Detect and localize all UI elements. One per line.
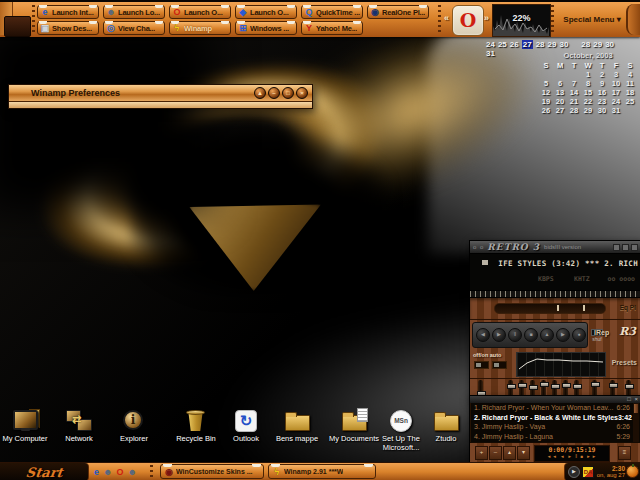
- calendar-weekday: W: [584, 61, 591, 70]
- task-button-wincustomize[interactable]: ◉ WinCustomize Skins ...: [160, 464, 264, 479]
- calendar-date: 15: [584, 88, 592, 97]
- contacts-quicklaunch-icon[interactable]: ☻: [128, 466, 137, 478]
- winamp-titlebar[interactable]: o o RETRO 3 bidsIII version: [470, 241, 640, 254]
- toolbar-row-1: e Launch Int... ☻ Launch Lo... O Launch …: [37, 5, 433, 19]
- start-button[interactable]: Start: [0, 463, 89, 480]
- equalizer-area: off/on auto Presets: [470, 350, 640, 378]
- eject-button[interactable]: ▲: [540, 328, 554, 342]
- windows-icon: ⊞: [238, 23, 248, 34]
- calendar-date: 11: [626, 79, 634, 88]
- screws-decoration: o o: [473, 244, 484, 250]
- toolbar-button-label: Yahoo! Me...: [316, 24, 357, 33]
- yahoo-icon: Y: [304, 23, 314, 34]
- tray-expand-button[interactable]: ▶: [568, 466, 580, 478]
- desktop-icon-my-computer[interactable]: My Computer: [0, 408, 52, 444]
- retro-logo: RETRO 3: [487, 242, 540, 252]
- keyboard-language-indicator[interactable]: DA: [582, 466, 594, 478]
- toolbar-separator: [438, 5, 441, 34]
- maximize-button[interactable]: □: [282, 87, 294, 99]
- wallpaper-dark-corner: [0, 20, 210, 210]
- toolbar-grip[interactable]: [4, 16, 31, 37]
- repeat-toggle[interactable]: lRep: [594, 329, 609, 336]
- calendar-day: 28: [536, 40, 545, 49]
- toolbar-button-launch-opera[interactable]: O Launch O...: [169, 5, 231, 19]
- toolbar-button-quicktime[interactable]: Q QuickTime ...: [301, 5, 363, 19]
- opera-quicklaunch-icon[interactable]: O: [117, 466, 124, 478]
- toolbar-button-label: Show Des...: [52, 24, 92, 33]
- seek-bar-area: Eq Pl: [470, 298, 640, 320]
- open-button[interactable]: ●: [572, 328, 586, 342]
- shade-button[interactable]: [622, 244, 629, 251]
- desktop-icon-bens-mappe[interactable]: Bens mappe: [270, 408, 324, 444]
- calendar-date: 12: [542, 88, 550, 97]
- previous-button[interactable]: ◀: [476, 328, 490, 342]
- pumpkin-clock-icon[interactable]: [626, 465, 639, 478]
- opera-icon: O: [172, 7, 182, 18]
- preferences-titlebar[interactable]: Winamp Preferences ▲ – □ ×: [9, 85, 312, 102]
- clutterbar-icon[interactable]: [482, 260, 488, 265]
- toolbar-button-label: Windows ...: [250, 24, 289, 33]
- scroll-left-arrow[interactable]: «: [444, 13, 449, 23]
- messenger-quicklaunch-icon[interactable]: ☻: [103, 466, 112, 478]
- toolbar-button-windows[interactable]: ⊞ Windows ...: [235, 21, 297, 35]
- stop-button[interactable]: ■: [524, 328, 538, 342]
- playlist-window-controls[interactable]: □ ×: [627, 396, 639, 403]
- track-title-display: IFE STYLES (3:42) *** 2. RICH: [498, 259, 638, 268]
- toolbar-button-yahoo[interactable]: Y Yahoo! Me...: [301, 21, 363, 35]
- calendar-date: 1: [586, 70, 590, 79]
- close-button[interactable]: [631, 244, 638, 251]
- calendar-weekday: S: [543, 61, 548, 70]
- person-icon: ☻: [106, 7, 116, 18]
- calendar-date: 29: [584, 106, 592, 115]
- pause-button[interactable]: ‖: [508, 328, 522, 342]
- explorer-icon: i: [119, 408, 149, 434]
- presets-button[interactable]: Presets: [612, 359, 637, 366]
- play-button[interactable]: ▶: [492, 328, 506, 342]
- close-button[interactable]: ×: [296, 87, 308, 99]
- special-menu-button[interactable]: Special Menu ▾: [556, 2, 628, 37]
- desktop-icon-ztudio[interactable]: Ztudio: [419, 408, 473, 444]
- toolbar-separator: [551, 5, 554, 34]
- toolbar-button-launch-lotus[interactable]: ☻ Launch Lo...: [103, 5, 165, 19]
- transport-area: ◀ ▶ ‖ ■ ▲ ▶ ● shuf lRep R3: [470, 320, 640, 350]
- next-button[interactable]: ▶: [556, 328, 570, 342]
- task-button-winamp[interactable]: ϟ Winamp 2.91 ***W: [268, 464, 376, 479]
- minimize-button[interactable]: –: [268, 87, 280, 99]
- winamp-lcd-display[interactable]: IFE STYLES (3:42) *** 2. RICH KBPS KHTZ …: [470, 254, 640, 291]
- chevron-down-icon: ▾: [617, 15, 621, 24]
- seek-slider[interactable]: [494, 303, 606, 314]
- documents-folder-icon: [339, 408, 369, 434]
- toolbar-button-realone[interactable]: ◉ RealOne Pl...: [367, 5, 429, 19]
- minimize-button[interactable]: [613, 244, 620, 251]
- desktop-icon-outlook[interactable]: ↻ Outlook: [219, 408, 273, 444]
- toolbar-button-winamp[interactable]: ϟ Winamp: [169, 21, 231, 35]
- desktop-icon-network[interactable]: ⇄ Network: [52, 408, 106, 444]
- toolbar-button-view-channels[interactable]: ◎ View Cha...: [103, 21, 165, 35]
- calendar-date: 17: [612, 88, 620, 97]
- toolbar-button-label: View Cha...: [118, 24, 155, 33]
- ie-quicklaunch-icon[interactable]: e: [94, 466, 99, 478]
- calendar-date: 7: [572, 79, 576, 88]
- desktop-icon-recycle-bin[interactable]: Recycle Bin: [169, 408, 223, 444]
- calendar-weekday: S: [627, 61, 632, 70]
- playlist-titlebar[interactable]: □ ×: [470, 396, 640, 403]
- spectrum-strip: [470, 291, 640, 298]
- desktop-icon-explorer[interactable]: i Explorer: [107, 408, 161, 444]
- calendar-title: October, 2003: [539, 51, 637, 60]
- msn-icon: MSn: [386, 408, 416, 434]
- eq-pl-toggle-label[interactable]: Eq Pl: [620, 304, 636, 311]
- calendar-date: 2: [600, 70, 604, 79]
- eq-on-toggle[interactable]: [474, 361, 489, 369]
- winamp-icon: ϟ: [272, 467, 282, 477]
- toolbar-button-launch-outlook[interactable]: ◆ Launch O...: [235, 5, 297, 19]
- khz-label: KHTZ: [574, 275, 590, 283]
- eq-auto-toggle[interactable]: [492, 361, 507, 369]
- calendar-day: 30: [605, 40, 614, 49]
- opera-launcher-icon[interactable]: O: [452, 5, 484, 36]
- scroll-right-arrow[interactable]: »: [484, 13, 489, 23]
- toolbar-button-show-desktop[interactable]: ▣ Show Des...: [37, 21, 99, 35]
- rollup-button[interactable]: ▲: [254, 87, 266, 99]
- toolbar-button-launch-internet[interactable]: e Launch Int...: [37, 5, 99, 19]
- task-button-label: WinCustomize Skins ...: [176, 468, 253, 475]
- toolbar-button-label: RealOne Pl...: [382, 8, 425, 17]
